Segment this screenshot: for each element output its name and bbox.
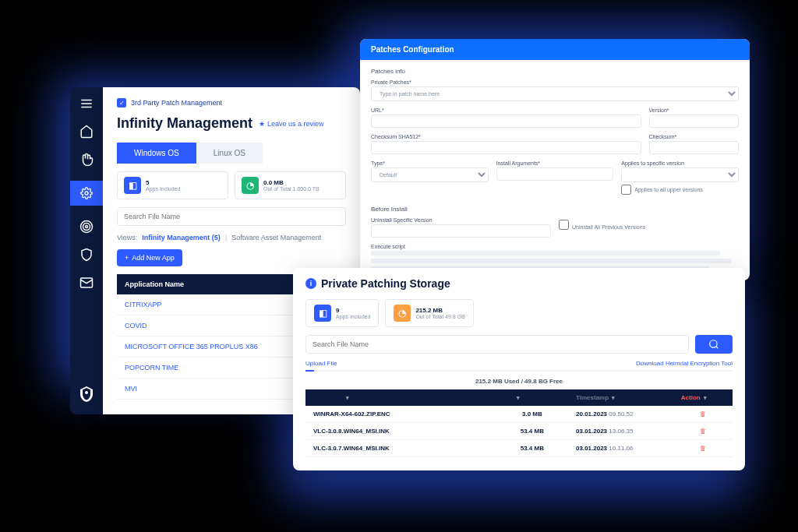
- upload-file-link[interactable]: Upload File: [305, 360, 337, 367]
- tab-linux[interactable]: Linux OS: [196, 143, 263, 164]
- install-args-label: Install Arguments*: [496, 160, 614, 166]
- file-row: WINRAR-X64-602.ZIP.ENC 3.0 MB 20.01.2023…: [305, 406, 733, 423]
- sort-icon[interactable]: ▾: [517, 395, 520, 401]
- svg-point-5: [83, 224, 90, 231]
- plus-icon: +: [125, 254, 129, 262]
- svg-point-3: [85, 192, 88, 195]
- storage-search-input[interactable]: [305, 335, 689, 354]
- svg-point-6: [86, 226, 88, 228]
- sort-icon[interactable]: ▾: [346, 395, 349, 401]
- type-select[interactable]: Default: [371, 167, 489, 182]
- files-table-header: File Name ▾ File Size ▾ Timestamp ▾ Acti…: [305, 389, 733, 406]
- home-icon[interactable]: [79, 125, 94, 139]
- target-icon[interactable]: [79, 220, 94, 234]
- heimdal-logo-icon: [77, 385, 96, 403]
- uninstall-all-checkbox[interactable]: [559, 220, 569, 230]
- hand-icon[interactable]: [79, 153, 94, 167]
- apps-icon: ◧: [314, 305, 331, 322]
- delete-button[interactable]: 🗑: [681, 445, 725, 452]
- svg-point-8: [85, 391, 88, 394]
- patches-config-header: Patches Configuration: [360, 39, 750, 60]
- storage-usage-text: 215.2 MB Used / 49.8 BG Free: [305, 378, 733, 385]
- install-args-input[interactable]: [496, 167, 614, 181]
- type-label: Type*: [371, 160, 489, 166]
- star-icon: ★: [259, 120, 265, 128]
- url-input[interactable]: [371, 115, 641, 128]
- before-install-label: Before Install: [371, 206, 739, 213]
- uninstall-specific-input[interactable]: [371, 224, 551, 238]
- gear-icon[interactable]: [70, 181, 103, 206]
- private-patches-select[interactable]: Type in patch name here: [371, 86, 739, 101]
- breadcrumb-text: 3rd Party Patch Management: [131, 99, 222, 107]
- mail-icon[interactable]: [79, 276, 94, 290]
- checksum-input[interactable]: [649, 141, 740, 154]
- menu-icon[interactable]: [79, 97, 94, 111]
- execute-script-label: Execute script: [371, 244, 739, 249]
- download-tool-link[interactable]: Download Heimdal Encryption Tool: [636, 360, 733, 367]
- search-input[interactable]: [117, 207, 346, 226]
- view-infinity[interactable]: Infinity Management (5): [142, 234, 221, 241]
- url-label: URL*: [371, 107, 641, 113]
- applies-version-label: Applies to specific version: [621, 160, 739, 166]
- apps-stat: ◧ 9 Apps Included: [305, 299, 379, 327]
- patches-info-label: Patches info: [371, 68, 739, 75]
- storage-stat: ◔ 215.2 MB Out of Total 49.8 GB: [385, 299, 473, 327]
- private-patching-panel: i Private Patching Storage ◧ 9 Apps Incl…: [293, 268, 745, 470]
- applies-upper-checkbox[interactable]: [621, 185, 631, 195]
- svg-line-10: [716, 347, 719, 349]
- check-icon: ✓: [117, 98, 126, 107]
- storage-icon: ◔: [242, 177, 259, 194]
- file-row: VLC-3.0.7.WIN64_MSI.INK 53.4 MB 03.01.20…: [305, 440, 733, 457]
- apps-icon: ◧: [124, 177, 141, 194]
- checksum-label: Checksum*: [649, 134, 740, 139]
- checksum512-label: Checksum SHA512*: [371, 134, 641, 139]
- views-row: Views: Infinity Management (5) | Softwar…: [117, 234, 346, 241]
- tab-windows[interactable]: Windows OS: [117, 143, 196, 164]
- version-label: Version*: [649, 107, 740, 113]
- uninstall-specific-label: Uninstall Specific Version: [371, 217, 551, 223]
- panel3-title: i Private Patching Storage: [305, 277, 733, 290]
- file-row: VLC-3.0.8.WIN64_MSI.INK 53.4 MB 03.01.20…: [305, 423, 733, 440]
- sort-icon[interactable]: ▾: [612, 395, 615, 401]
- storage-card: ◔ 0.0 MB Out of Total 1.000.0 TB: [235, 171, 346, 199]
- info-icon[interactable]: i: [305, 278, 316, 289]
- sidebar: [70, 87, 103, 414]
- svg-point-9: [710, 340, 717, 347]
- storage-icon: ◔: [394, 305, 411, 322]
- private-patches-label: Private Patches*: [371, 79, 739, 85]
- sort-icon[interactable]: ▾: [704, 395, 707, 401]
- applies-version-select[interactable]: [621, 167, 739, 182]
- storage-progress: [305, 370, 733, 372]
- patches-config-panel: Patches Configuration Patches info Priva…: [360, 39, 750, 280]
- checksum512-input[interactable]: [371, 141, 641, 154]
- add-new-app-button[interactable]: + Add New App: [117, 249, 182, 266]
- apps-included-card: ◧ 5 Apps Included: [117, 171, 228, 199]
- view-sam[interactable]: Software Asset Management: [231, 234, 321, 241]
- review-link[interactable]: ★ Leave us a review: [259, 120, 324, 128]
- os-tabs: Windows OS Linux OS: [117, 143, 346, 164]
- breadcrumb: ✓ 3rd Party Patch Management: [117, 98, 346, 107]
- version-input[interactable]: [649, 115, 740, 128]
- page-title: Infinity Management ★ Leave us a review: [117, 115, 346, 132]
- shield-icon[interactable]: [79, 248, 94, 262]
- delete-button[interactable]: 🗑: [681, 410, 725, 417]
- search-button[interactable]: [695, 335, 733, 354]
- delete-button[interactable]: 🗑: [681, 428, 725, 435]
